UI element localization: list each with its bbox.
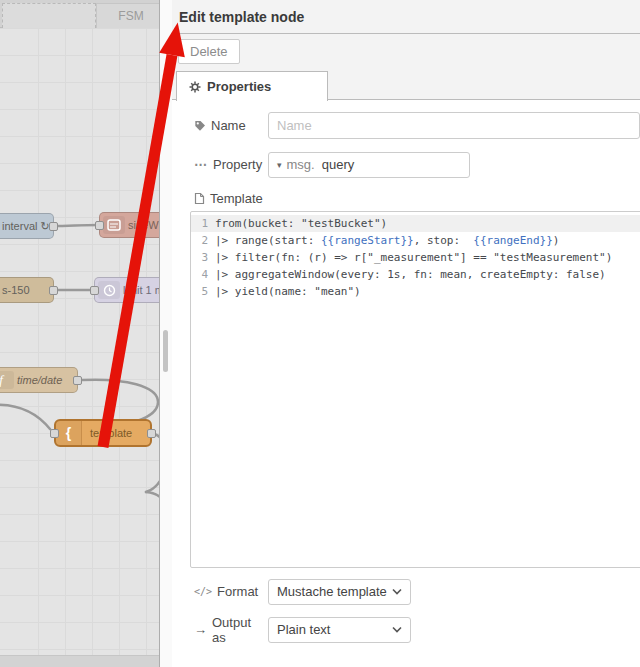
output-select[interactable]: Plain text — [268, 617, 411, 643]
output-port[interactable] — [49, 222, 58, 231]
editor-line: 3|> filter(fn: (r) => r["_measurement"] … — [191, 249, 640, 266]
code-text: |> filter(fn: (r) => r["_measurement"] =… — [215, 249, 612, 266]
code-text: from(bucket: "testBucket") — [215, 215, 387, 232]
code-text: |> yield(name: "mean") — [215, 283, 361, 300]
waveform-icon — [103, 216, 125, 234]
node-sinewave-label: sineW — [128, 219, 159, 231]
workspace-tab-ghost[interactable] — [2, 3, 96, 28]
canvas-scrollbar-vertical — [159, 0, 172, 667]
function-icon: f — [0, 371, 14, 389]
line-number: 2 — [191, 232, 215, 249]
clock-icon — [98, 281, 120, 299]
input-port[interactable] — [90, 286, 99, 295]
property-value: query — [322, 157, 355, 172]
chevron-down-icon — [392, 626, 402, 633]
line-number: 1 — [191, 215, 215, 232]
code-brackets-icon: </> — [194, 586, 212, 597]
name-label: Name — [194, 118, 268, 133]
output-row: → Output as Plain text — [194, 616, 640, 643]
tray-content: Name ⋯ Property ▾ msg. query Template 1f… — [172, 100, 640, 643]
template-code-editor[interactable]: 1from(bucket: "testBucket")2|> range(sta… — [190, 211, 640, 568]
node-timedate[interactable]: f time/date — [0, 367, 78, 393]
editor-line: 5|> yield(name: "mean") — [191, 283, 640, 300]
node-limit-label: limit 1 ms — [123, 284, 159, 296]
scrollbar-handle[interactable] — [163, 330, 168, 372]
node-ms150-label: s-150 — [2, 284, 30, 296]
node-timedate-label: time/date — [17, 374, 62, 386]
format-row: </> Format Mustache template — [194, 578, 640, 605]
gear-icon — [189, 81, 201, 93]
chevron-down-icon — [392, 588, 402, 595]
editor-line: 1from(bucket: "testBucket") — [191, 215, 640, 232]
node-interval[interactable]: interval ↻ — [0, 213, 54, 239]
line-number: 4 — [191, 266, 215, 283]
node-interval-label: interval ↻ — [2, 220, 50, 233]
line-number: 3 — [191, 249, 215, 266]
output-select-value: Plain text — [277, 622, 392, 637]
property-prefix: msg. — [287, 157, 315, 172]
template-label: Template — [210, 191, 263, 206]
tab-properties-label: Properties — [207, 79, 271, 94]
node-ms150[interactable]: s-150 — [0, 277, 54, 303]
tray-title: Edit template node — [172, 0, 640, 34]
arrow-right-icon: → — [194, 622, 207, 637]
template-label-row: Template — [194, 190, 640, 206]
tray-tabs: Properties — [172, 70, 640, 100]
wires — [0, 0, 159, 667]
flow-canvas[interactable]: interval ↻ sineW s-150 limit 1 ms f time… — [0, 0, 159, 667]
tab-properties[interactable]: Properties — [176, 71, 328, 101]
editor-line: 2|> range(start: {{rangeStart}}, stop: {… — [191, 232, 640, 249]
file-code-icon — [194, 192, 205, 205]
output-port[interactable] — [73, 376, 82, 385]
format-select-value: Mustache template — [277, 584, 392, 599]
output-port[interactable] — [147, 429, 156, 438]
input-port[interactable] — [50, 429, 59, 438]
chevron-down-icon: ▾ — [269, 160, 287, 170]
node-limit[interactable]: limit 1 ms — [94, 277, 159, 303]
property-typed-input[interactable]: ▾ msg. query — [268, 152, 470, 178]
line-number: 5 — [191, 283, 215, 300]
code-text: |> aggregateWindow(every: 1s, fn: mean, … — [215, 266, 606, 283]
input-port[interactable] — [95, 221, 104, 230]
editor-line: 4|> aggregateWindow(every: 1s, fn: mean,… — [191, 266, 640, 283]
format-select[interactable]: Mustache template — [268, 579, 411, 605]
output-port[interactable] — [49, 286, 58, 295]
workspace-tab-fsm[interactable]: FSM — [96, 3, 159, 28]
node-sinewave[interactable]: sineW — [99, 212, 159, 238]
curly-brace-icon: { — [56, 421, 82, 445]
format-label: </> Format — [194, 584, 268, 599]
node-template-label: template — [90, 427, 132, 439]
canvas-scrollbar-horizontal[interactable] — [0, 655, 159, 667]
property-label: ⋯ Property — [194, 157, 268, 172]
property-row: ⋯ Property ▾ msg. query — [194, 151, 640, 178]
name-input[interactable] — [268, 112, 640, 139]
code-text: |> range(start: {{rangeStart}}, stop: {{… — [215, 232, 559, 249]
name-row: Name — [194, 112, 640, 139]
node-template-selected[interactable]: { template — [54, 419, 152, 447]
output-label: → Output as — [194, 615, 268, 645]
workspace-tabbar: FSM — [0, 0, 159, 28]
tray-toolbar: Delete — [172, 34, 640, 70]
delete-button[interactable]: Delete — [178, 39, 240, 64]
ellipsis-icon: ⋯ — [194, 157, 208, 172]
edit-tray: Edit template node Delete Properties Nam… — [172, 0, 640, 667]
tag-icon — [194, 120, 206, 132]
